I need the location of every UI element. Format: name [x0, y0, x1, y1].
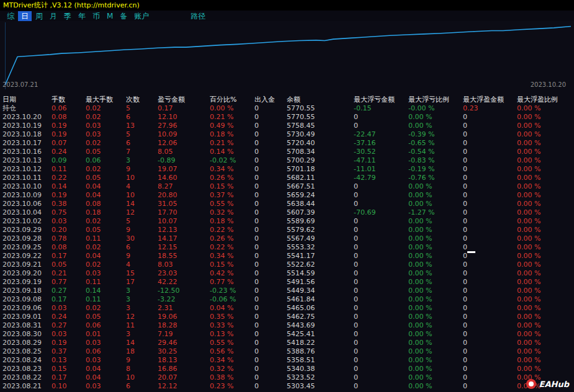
table-row[interactable]: 持仓0.060.0250.170.00 %05770.55-0.15-0.00 … [0, 104, 574, 113]
table-row[interactable]: 2023.08.290.190.031429.460.55 %05418.220… [0, 339, 574, 347]
table-row[interactable]: 2023.10.040.750.181217.700.32 %05607.39-… [0, 208, 574, 217]
table-row[interactable]: 2023.10.090.190.041020.800.37 %05659.240… [0, 191, 574, 200]
cell-lots: 0.07 [52, 139, 86, 148]
menu-item-m[interactable]: M [104, 11, 116, 21]
cell-max_fl: 0 [354, 200, 408, 208]
column-header-5[interactable]: 百分比% [210, 96, 254, 104]
cell-count: 14 [126, 339, 158, 347]
cell-pnl: 12.12 [158, 382, 210, 391]
table-row[interactable]: 2023.10.100.140.0448.270.15 %05667.5100.… [0, 182, 574, 191]
table-row[interactable]: 2023.09.180.270.143-12.50-0.23 %05449.34… [0, 287, 574, 295]
cell-pct: 0.00 % [210, 104, 254, 113]
cell-max_fp: 0 [463, 252, 517, 261]
cell-count: 6 [126, 113, 158, 122]
table-row[interactable]: 2023.09.220.170.04918.550.34 %05541.1700… [0, 252, 574, 261]
cell-cash: 0 [254, 174, 287, 182]
cell-date: 持仓 [2, 104, 52, 113]
cell-max_lots: 0.02 [86, 243, 126, 252]
column-header-0[interactable]: 日期 [2, 96, 52, 104]
table-row[interactable]: 2023.10.170.070.02612.060.21 %05720.40-3… [0, 139, 574, 148]
cell-pct: 0.21 % [210, 139, 254, 148]
table-row[interactable]: 2023.08.250.370.061830.250.56 %05388.760… [0, 347, 574, 356]
cell-balance: 5449.34 [287, 287, 354, 295]
cell-balance: 5340.38 [287, 365, 354, 373]
table-row[interactable]: 2023.09.080.170.113-3.22-0.06 %05461.840… [0, 295, 574, 304]
cell-max_fp: 0 [463, 365, 517, 373]
table-row[interactable]: 2023.10.110.220.051014.600.26 %05682.11-… [0, 174, 574, 182]
cell-max_fl_pct: 0.00 % [408, 226, 463, 234]
column-header-11[interactable]: 最大浮盈比例 [517, 96, 574, 104]
cell-date: 2023.10.13 [2, 156, 52, 165]
table-row[interactable]: 2023.09.190.770.111742.220.77 %05491.560… [0, 278, 574, 287]
cell-pnl: 2.31 [158, 304, 210, 313]
column-header-7[interactable]: 余额 [287, 96, 354, 104]
table-row[interactable]: 2023.10.020.030.02510.070.18 %05589.6900… [0, 217, 574, 226]
column-header-3[interactable]: 次数 [126, 96, 158, 104]
menu-item-yearly[interactable]: 年 [75, 11, 89, 21]
cell-max_fl: 0 [354, 113, 408, 122]
cell-pnl: 12.06 [158, 139, 210, 148]
table-row[interactable]: 2023.10.200.080.02612.100.21 %05770.5500… [0, 113, 574, 122]
cell-balance: 5770.55 [287, 104, 354, 113]
menu-item-summary[interactable]: 综 [4, 11, 17, 21]
cell-date: 2023.10.06 [2, 200, 52, 208]
table-row[interactable]: 2023.09.200.210.031523.030.42 %05514.590… [0, 269, 574, 278]
cell-max_lots: 0.02 [86, 139, 126, 148]
table-row[interactable]: 2023.09.250.080.02612.150.22 %05553.3200… [0, 243, 574, 252]
table-row[interactable]: 2023.10.120.110.02919.070.34 %05701.18-1… [0, 165, 574, 174]
cell-balance: 5567.49 [287, 234, 354, 243]
cell-pct: 0.22 % [210, 226, 254, 234]
cell-balance: 5514.59 [287, 269, 354, 278]
menu-item-currency[interactable]: 币 [89, 11, 103, 21]
cell-max_fp_pct: 0.00 % [517, 330, 574, 339]
table-row[interactable]: 2023.10.060.380.081431.050.55 %05638.440… [0, 200, 574, 208]
menu-item-monthly[interactable]: 月 [47, 11, 60, 21]
column-header-4[interactable]: 盈亏金额 [158, 96, 210, 104]
cell-balance: 5465.06 [287, 304, 354, 313]
cell-max_fl: 0 [354, 234, 408, 243]
menu-item-weekly[interactable]: 周 [32, 11, 46, 21]
column-header-9[interactable]: 最大浮亏比例 [408, 96, 463, 104]
cell-max_fp_pct: 0.00 % [517, 200, 574, 208]
table-row[interactable]: 2023.08.210.100.03612.120.23 %05303.4500… [0, 382, 574, 391]
menu-item-account[interactable]: 账户 [131, 11, 152, 21]
column-header-6[interactable]: 出入金 [254, 96, 287, 104]
table-row[interactable]: 2023.08.300.030.0137.190.13 %05425.4100.… [0, 330, 574, 339]
column-header-8[interactable]: 最大浮亏金额 [354, 96, 408, 104]
table-row[interactable]: 2023.09.290.200.05912.130.22 %05579.6200… [0, 226, 574, 234]
table-row[interactable]: 2023.09.010.240.051219.060.35 %05462.750… [0, 313, 574, 321]
table-row[interactable]: 2023.10.180.190.03510.090.18 %05730.49-2… [0, 130, 574, 139]
table-row[interactable]: 2023.09.280.780.113014.170.26 %05567.490… [0, 234, 574, 243]
menu-item-path[interactable]: 路径 [187, 11, 209, 21]
table-row[interactable]: 2023.10.190.190.031327.960.49 %05758.450… [0, 122, 574, 130]
cell-max_fp: 0 [463, 287, 517, 295]
cell-max_lots: 0.02 [86, 261, 126, 269]
cell-pnl: 42.22 [158, 278, 210, 287]
menu-item-quarterly[interactable]: 季 [61, 11, 74, 21]
column-header-10[interactable]: 最大浮盈金额 [463, 96, 517, 104]
cell-max_fl_pct: 0.00 % [408, 287, 463, 295]
table-row[interactable]: 2023.08.240.130.03918.130.34 %05358.5100… [0, 356, 574, 365]
table-row[interactable]: 2023.08.310.270.061118.280.33 %05443.690… [0, 321, 574, 330]
table-row[interactable]: 2023.10.130.090.063-0.89-0.02 %05700.29-… [0, 156, 574, 165]
cell-max_fl_pct: -0.83 % [408, 156, 463, 165]
cell-max_fp_pct: 0.00 % [517, 191, 574, 200]
table-row[interactable]: 2023.09.210.050.0248.030.15 %05522.6200.… [0, 261, 574, 269]
menu-item-daily[interactable]: 日 [18, 11, 32, 21]
table-row[interactable]: 2023.08.230.150.04816.860.32 %05340.3800… [0, 365, 574, 373]
cell-count: 3 [126, 304, 158, 313]
table-row[interactable]: 2023.08.220.170.041020.070.38 %05323.520… [0, 373, 574, 382]
cell-balance: 5607.39 [287, 208, 354, 217]
menu-item-backup[interactable]: 备 [117, 11, 130, 21]
cell-max_fp: 0 [463, 217, 517, 226]
equity-chart[interactable]: 2023.07.21 2023.10.20 [0, 21, 574, 96]
column-header-1[interactable]: 手数 [52, 96, 86, 104]
cell-balance: 5708.34 [287, 148, 354, 156]
table-row[interactable]: 2023.10.160.240.0578.050.14 %05708.34-30… [0, 148, 574, 156]
cell-cash: 0 [254, 261, 287, 269]
cell-max_fp_pct: 0.00 % [517, 113, 574, 122]
table-row[interactable]: 2023.09.060.030.0232.310.04 %05465.0600.… [0, 304, 574, 313]
cell-cash: 0 [254, 182, 287, 191]
column-header-2[interactable]: 最大手数 [86, 96, 126, 104]
cell-cash: 0 [254, 365, 287, 373]
